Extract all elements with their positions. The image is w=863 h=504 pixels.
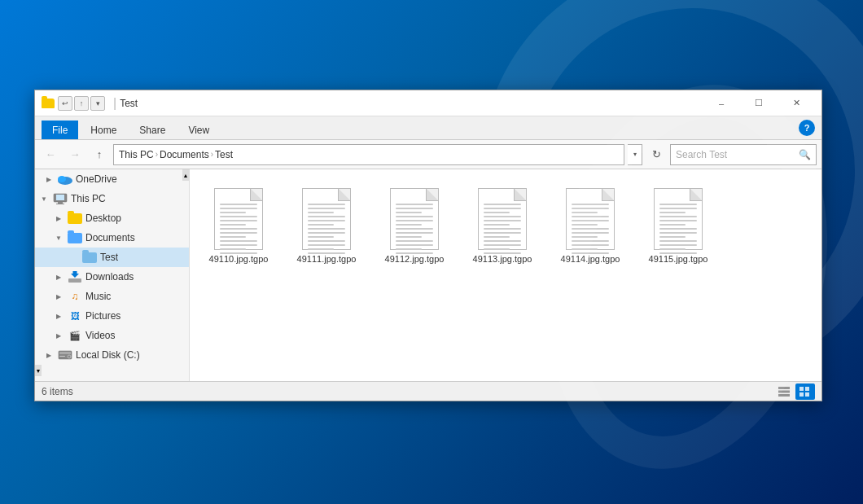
refresh-button[interactable]: ↻ [646,144,667,165]
breadcrumb-this-pc[interactable]: This PC [119,149,154,160]
svg-rect-14 [778,394,790,397]
svg-rect-18 [805,392,809,397]
expand-videos[interactable]: ▶ [53,330,64,341]
file-item-5[interactable]: 49114.jpg.tgpo [550,177,631,272]
breadcrumb-sep-2: › [211,150,213,159]
test-folder-icon [82,252,97,263]
scroll-down-button[interactable]: ▼ [35,365,42,376]
status-bar: 6 items [35,381,821,401]
file-item-2[interactable]: 49111.jpg.tgpo [286,177,367,272]
up-button[interactable]: ↑ [89,144,110,165]
expand-downloads[interactable]: ▶ [53,271,64,283]
tab-home[interactable]: Home [80,121,127,139]
sidebar-item-documents[interactable]: ▼ Documents [35,228,189,248]
expand-this-pc[interactable]: ▼ [38,193,50,204]
address-bar-area: ← → ↑ This PC › Documents › Test ▾ ↻ 🔍 [35,140,821,169]
sidebar-item-test[interactable]: Test [35,248,189,267]
ribbon: File Home Share View ? [35,116,821,140]
sidebar-item-this-pc[interactable]: ▼ This PC [35,189,189,208]
file-name-4: 49113.jpg.tgpo [473,253,532,265]
file-name-2: 49111.jpg.tgpo [297,253,357,265]
help-button[interactable]: ? [799,120,815,136]
scroll-up-button[interactable]: ▲ [182,169,189,181]
breadcrumb-test[interactable]: Test [215,149,233,160]
sidebar-label-documents: Documents [85,232,135,243]
music-icon: ♫ [68,291,82,302]
sidebar-label-music: Music [85,291,111,302]
svg-rect-17 [799,392,804,397]
qs-dropdown[interactable]: ▾ [90,96,105,111]
svg-marker-7 [71,271,79,278]
tab-share[interactable]: Share [129,121,176,139]
expand-documents[interactable]: ▼ [53,232,64,243]
sidebar-item-videos[interactable]: ▶ 🎬 Videos [35,326,189,345]
view-buttons [774,383,815,400]
expand-desktop[interactable]: ▶ [53,213,64,224]
file-item-1[interactable]: 49110.jpg.tgpo [198,177,279,272]
sidebar-item-onedrive[interactable]: ▶ OneDrive [35,169,189,189]
address-dropdown[interactable]: ▾ [628,144,642,165]
sidebar-item-downloads[interactable]: ▶ Downloads [35,267,189,287]
onedrive-icon [57,173,73,185]
expand-local-disk[interactable]: ▶ [43,349,55,361]
desktop-folder-icon [68,213,82,224]
tab-view[interactable]: View [177,121,220,139]
icon-view-button[interactable] [795,383,815,400]
sidebar-label-desktop: Desktop [85,213,121,224]
forward-button[interactable]: → [64,144,85,165]
svg-rect-11 [59,356,65,357]
tab-file[interactable]: File [42,121,78,139]
file-icon-3 [388,185,441,250]
expand-music[interactable]: ▶ [53,291,64,302]
svg-point-1 [58,176,66,182]
file-icon-2 [300,185,353,250]
details-view-button[interactable] [774,383,794,400]
documents-folder-icon [68,232,82,243]
svg-rect-9 [59,352,71,354]
sidebar-label-local-disk: Local Disk (C:) [76,349,140,361]
search-input[interactable] [676,149,799,160]
sidebar-label-onedrive: OneDrive [76,173,117,185]
minimize-button[interactable]: – [703,90,740,116]
svg-rect-3 [56,195,64,200]
sidebar-label-pictures: Pictures [85,310,120,322]
svg-rect-6 [68,278,81,283]
sidebar-label-test: Test [100,252,118,263]
svg-rect-4 [58,202,63,204]
breadcrumb-documents[interactable]: Documents [160,149,209,160]
file-name-1: 49110.jpg.tgpo [209,253,269,265]
title-bar: ↩ ↑ ▾ | Test – ☐ ✕ [35,90,821,116]
svg-rect-5 [56,204,64,204]
file-explorer-window: ↩ ↑ ▾ | Test – ☐ ✕ File Home Share View … [34,90,822,401]
file-icon-6 [652,185,705,250]
sidebar-label-videos: Videos [85,330,115,341]
ribbon-tab-bar: File Home Share View ? [35,116,821,139]
sidebar: ▲ ▶ OneDrive ▼ [35,169,190,381]
file-name-5: 49114.jpg.tgpo [561,253,620,265]
sidebar-item-music[interactable]: ▶ ♫ Music [35,287,189,306]
main-area: ▲ ▶ OneDrive ▼ [35,169,821,381]
svg-rect-13 [778,390,790,392]
search-icon[interactable]: 🔍 [799,149,811,160]
qs-btn-2[interactable]: ↑ [74,96,89,111]
file-icon-5 [564,185,617,250]
close-button[interactable]: ✕ [778,90,815,116]
videos-icon: 🎬 [68,330,82,341]
sidebar-item-local-disk[interactable]: ▶ Local Disk (C:) [35,345,189,365]
file-item-3[interactable]: 49112.jpg.tgpo [374,177,455,272]
file-item-4[interactable]: 49113.jpg.tgpo [462,177,543,272]
svg-rect-12 [778,387,790,389]
svg-rect-15 [799,387,804,391]
expand-pictures[interactable]: ▶ [53,310,64,322]
title-separator: | [113,96,116,111]
qs-btn-1[interactable]: ↩ [58,96,72,111]
expand-onedrive[interactable]: ▶ [43,173,55,185]
breadcrumb: This PC › Documents › Test [119,149,233,160]
downloads-icon [68,271,82,283]
maximize-button[interactable]: ☐ [740,90,778,116]
sidebar-item-pictures[interactable]: ▶ 🖼 Pictures [35,306,189,326]
address-bar[interactable]: This PC › Documents › Test [113,144,624,165]
sidebar-item-desktop[interactable]: ▶ Desktop [35,208,189,228]
back-button[interactable]: ← [40,144,61,165]
file-item-6[interactable]: 49115.jpg.tgpo [637,177,719,272]
